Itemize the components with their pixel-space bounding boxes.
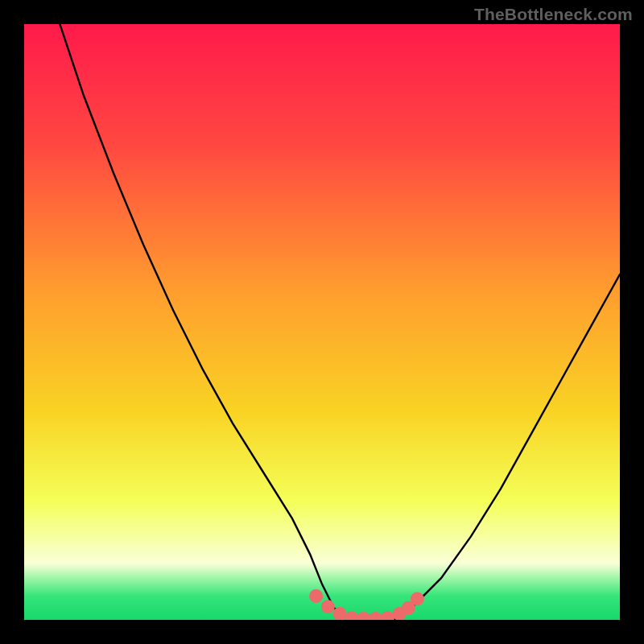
chart-frame: TheBottleneck.com (0, 0, 644, 644)
marker-dot (309, 589, 323, 603)
watermark-text: TheBottleneck.com (474, 5, 633, 24)
gradient-background (24, 24, 620, 620)
marker-dot (411, 592, 424, 606)
marker-dot (321, 600, 335, 613)
bottleneck-chart (24, 24, 620, 620)
